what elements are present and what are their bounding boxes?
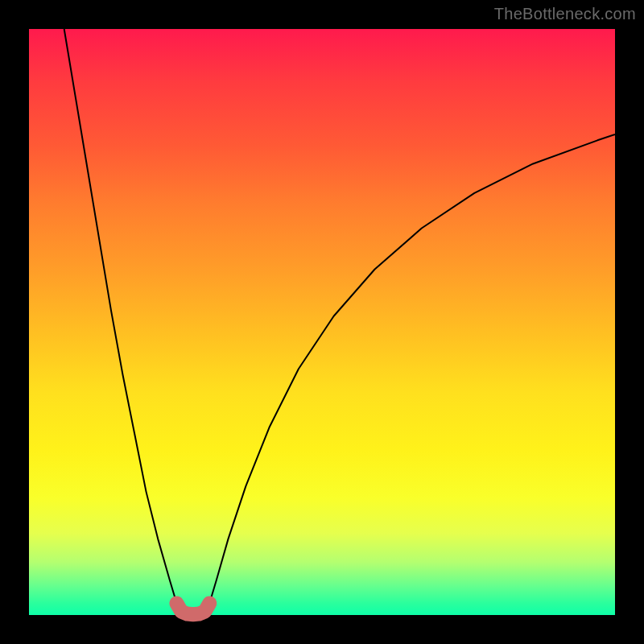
watermark-text: TheBottleneck.com	[494, 5, 636, 23]
plot-area	[29, 29, 615, 615]
curve-svg	[29, 29, 615, 615]
chart-stage: TheBottleneck.com	[0, 0, 644, 644]
right-branch-line	[209, 134, 615, 603]
left-branch-line	[64, 29, 177, 603]
valley-highlight	[176, 603, 209, 614]
